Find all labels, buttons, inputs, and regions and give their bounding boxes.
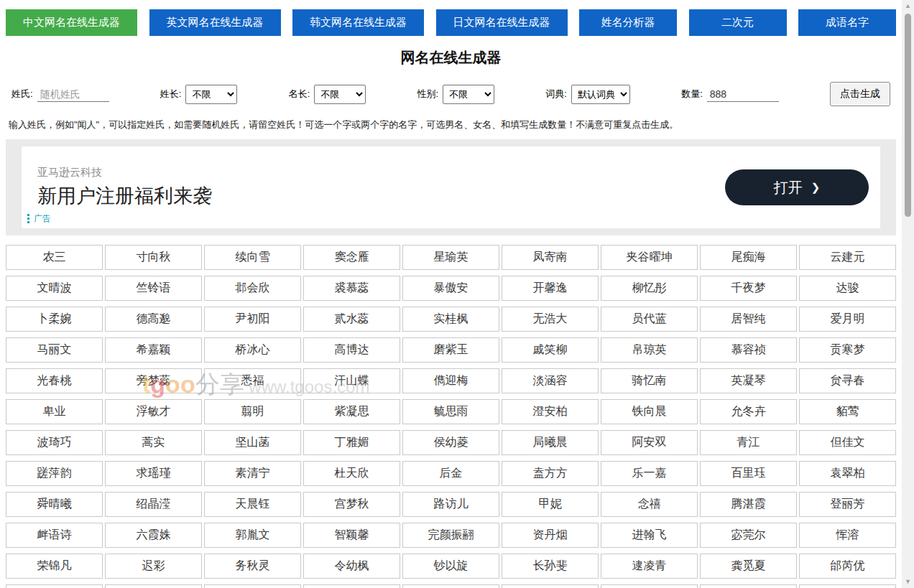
name-cell[interactable]: 悉福 <box>204 368 301 393</box>
name-cell[interactable]: 舜晴曦 <box>6 492 103 517</box>
name-cell[interactable]: 恽溶 <box>799 523 896 548</box>
nav-button-idiom[interactable]: 成语名字 <box>798 9 896 36</box>
name-cell[interactable]: 智颖馨 <box>303 523 400 548</box>
nav-button-anime[interactable]: 二次元 <box>689 9 787 36</box>
name-cell[interactable]: 局曦晨 <box>502 430 599 455</box>
name-cell[interactable]: 令幼枫 <box>303 554 400 579</box>
name-cell[interactable]: 进翰飞 <box>601 523 698 548</box>
name-cell[interactable] <box>700 584 797 588</box>
name-cell[interactable]: 帛琼英 <box>601 337 698 363</box>
name-cell[interactable]: 德高邈 <box>105 307 202 332</box>
name-cell[interactable]: 务秋灵 <box>204 554 301 579</box>
name-cell[interactable]: 凤寄南 <box>502 245 599 270</box>
name-cell[interactable]: 爱月明 <box>799 307 896 332</box>
name-cell[interactable]: 农三 <box>6 245 103 270</box>
name-cell[interactable]: 高博达 <box>303 337 400 363</box>
name-cell[interactable]: 路访儿 <box>402 492 499 517</box>
name-cell[interactable]: 尾痴海 <box>700 245 797 270</box>
name-cell[interactable]: 侯幼菱 <box>402 430 499 455</box>
name-cell[interactable]: 宫梦秋 <box>303 492 400 517</box>
name-cell[interactable] <box>105 584 202 588</box>
name-cell[interactable]: 旁梦蕊 <box>105 368 202 393</box>
given-length-select[interactable]: 不限 <box>314 85 366 104</box>
name-cell[interactable]: 百里珏 <box>700 461 797 486</box>
name-cell[interactable]: 后金 <box>402 461 499 486</box>
name-cell[interactable]: 长孙斐 <box>502 554 599 579</box>
name-cell[interactable]: 星瑜英 <box>402 245 499 270</box>
name-cell[interactable]: 千夜梦 <box>700 276 797 301</box>
name-cell[interactable]: 寸向秋 <box>105 245 202 270</box>
name-cell[interactable]: 腾湛霞 <box>700 492 797 517</box>
name-cell[interactable]: 希嘉颖 <box>105 337 202 363</box>
name-cell[interactable]: 磨紫玉 <box>402 337 499 363</box>
name-cell[interactable]: 柳忆彤 <box>601 276 698 301</box>
name-cell[interactable]: 铁向晨 <box>601 399 698 424</box>
name-cell[interactable]: 窦念雁 <box>303 245 400 270</box>
name-cell[interactable]: 貊莺 <box>799 399 896 424</box>
name-cell[interactable]: 逮凌青 <box>601 554 698 579</box>
name-cell[interactable]: 素清宁 <box>204 461 301 486</box>
name-cell[interactable]: 邶会欣 <box>204 276 301 301</box>
name-cell[interactable]: 阿安双 <box>601 430 698 455</box>
name-cell[interactable]: 蹉萍韵 <box>6 461 103 486</box>
name-cell[interactable]: 宓莞尔 <box>700 523 797 548</box>
name-cell[interactable]: 丁雅媚 <box>303 430 400 455</box>
name-cell[interactable]: 杜天欣 <box>303 461 400 486</box>
name-cell[interactable] <box>303 584 400 588</box>
surname-input[interactable] <box>37 87 109 102</box>
name-cell[interactable]: 夹谷曜坤 <box>601 245 698 270</box>
name-cell[interactable]: 达骏 <box>799 276 896 301</box>
name-cell[interactable]: 龚觅夏 <box>700 554 797 579</box>
nav-button-english[interactable]: 英文网名在线生成器 <box>149 9 281 36</box>
name-cell[interactable]: 汗山蝶 <box>303 368 400 393</box>
name-cell[interactable]: 钞以旋 <box>402 554 499 579</box>
dictionary-select[interactable]: 默认词典 <box>571 85 630 104</box>
name-cell[interactable]: 文晴波 <box>6 276 103 301</box>
name-cell[interactable]: 求瑶瑾 <box>105 461 202 486</box>
ad-card[interactable]: 亚马逊云科技 新用户注册福利来袭 打开 ❯ 广告 <box>22 146 880 228</box>
name-cell[interactable]: 翦明 <box>204 399 301 424</box>
scroll-down-icon[interactable]: ▼ <box>902 576 914 588</box>
name-cell[interactable]: 甲妮 <box>502 492 599 517</box>
name-cell[interactable]: 戚笑柳 <box>502 337 599 363</box>
name-cell[interactable]: 郭胤文 <box>204 523 301 548</box>
name-cell[interactable]: 浮敏才 <box>105 399 202 424</box>
name-cell[interactable]: 光春桃 <box>6 368 103 393</box>
name-cell[interactable]: 续向雪 <box>204 245 301 270</box>
name-cell[interactable]: 衅语诗 <box>6 523 103 548</box>
name-cell[interactable]: 但佳文 <box>799 430 896 455</box>
name-cell[interactable] <box>601 584 698 588</box>
name-cell[interactable]: 袁翠柏 <box>799 461 896 486</box>
name-cell[interactable]: 慕容祯 <box>700 337 797 363</box>
nav-button-korean[interactable]: 韩文网名在线生成器 <box>292 9 424 36</box>
name-cell[interactable]: 桥冰心 <box>204 337 301 363</box>
name-cell[interactable] <box>6 584 103 588</box>
scrollbar[interactable]: ▲ ▼ <box>902 0 914 588</box>
name-cell[interactable]: 资丹烟 <box>502 523 599 548</box>
gender-select[interactable]: 不限 <box>443 85 494 104</box>
scroll-up-icon[interactable]: ▲ <box>902 0 914 12</box>
name-cell[interactable] <box>799 584 896 588</box>
name-cell[interactable]: 无浩大 <box>502 307 599 332</box>
name-cell[interactable] <box>502 584 599 588</box>
surname-length-select[interactable]: 不限 <box>185 85 237 104</box>
name-cell[interactable]: 迟彩 <box>105 554 202 579</box>
name-cell[interactable]: 紫凝思 <box>303 399 400 424</box>
name-cell[interactable]: 念禧 <box>601 492 698 517</box>
name-cell[interactable]: 儁迎梅 <box>402 368 499 393</box>
name-cell[interactable]: 开馨逸 <box>502 276 599 301</box>
name-cell[interactable]: 绍晶滢 <box>105 492 202 517</box>
name-cell[interactable]: 天晨钰 <box>204 492 301 517</box>
name-cell[interactable]: 盍方方 <box>502 461 599 486</box>
name-cell[interactable]: 暴傲安 <box>402 276 499 301</box>
name-cell[interactable]: 澄安柏 <box>502 399 599 424</box>
name-cell[interactable]: 坚山菡 <box>204 430 301 455</box>
name-cell[interactable]: 卜柔婉 <box>6 307 103 332</box>
count-input[interactable] <box>707 87 779 102</box>
name-cell[interactable]: 登丽芳 <box>799 492 896 517</box>
name-cell[interactable]: 贠寻春 <box>799 368 896 393</box>
name-cell[interactable]: 实桂枫 <box>402 307 499 332</box>
scrollbar-thumb[interactable] <box>905 14 911 217</box>
name-cell[interactable]: 完颜振翮 <box>402 523 499 548</box>
name-cell[interactable]: 居智纯 <box>700 307 797 332</box>
